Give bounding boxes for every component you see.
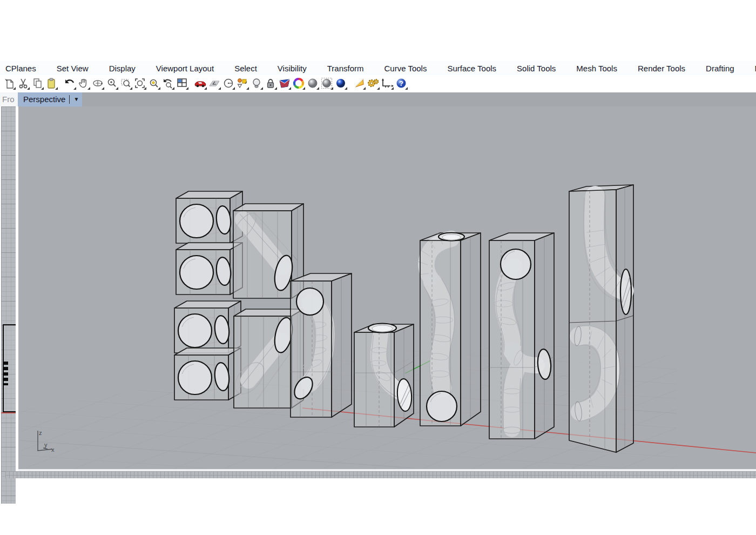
render-sphere-icon[interactable] [306,77,319,90]
ribbon-tab-mesh-tools[interactable]: Mesh Tools [566,62,627,75]
perspective-viewport[interactable]: z y x [18,106,756,471]
front-view-x-axis [1,412,16,413]
lock-icon[interactable] [264,77,277,90]
tab-separator [69,95,70,104]
dimension-icon[interactable] [381,77,394,90]
svg-text:?: ? [399,79,403,88]
cplane-icon[interactable] [208,77,221,90]
paste-icon[interactable] [45,77,58,90]
model-side-exit-box[interactable] [489,233,554,439]
zoom-extents-icon[interactable] [133,77,146,90]
shaded-view-icon[interactable] [278,77,291,90]
ribbon-tab-render-tools[interactable]: Render Tools [628,62,695,75]
render-blue-sphere-icon[interactable] [334,77,347,90]
chevron-down-icon[interactable]: ▼ [73,92,79,106]
car-icon[interactable] [194,77,207,90]
model-tall-tower[interactable] [569,185,633,452]
model-top-entry-box[interactable] [354,324,414,427]
svg-text:x: x [51,446,55,453]
rotate-view-icon[interactable] [91,77,104,90]
svg-text:z: z [39,430,42,436]
viewport-tab-perspective[interactable]: Perspective ▼ [18,92,82,106]
zoom-selected-icon[interactable] [147,77,160,90]
ribbon-tab-visibility[interactable]: Visibility [268,62,316,75]
svg-text:y: y [44,442,48,448]
ribbon-tab-display[interactable]: Display [99,62,145,75]
zoom-window-icon[interactable] [119,77,132,90]
model-j-pipe-box[interactable] [291,273,352,417]
rhino-window: { "ribbon_tabs": { "items": ["CPlanes","… [0,0,756,535]
undo-view-icon[interactable] [161,77,174,90]
viewport-canvas: z y x [18,106,756,469]
ribbon-tab-select[interactable]: Select [225,62,267,75]
ribbon-tab-solid-tools[interactable]: Solid Tools [507,62,565,75]
ribbon-tab-viewport-layout[interactable]: Viewport Layout [146,62,224,75]
front-viewport-bottom-band [5,471,756,478]
new-file-icon[interactable] [3,77,16,90]
model-s-pipe-box[interactable] [418,232,481,426]
ribbon-tab-new-in-v5[interactable]: New in V5 [745,62,756,75]
circle-icon[interactable] [222,77,235,90]
main-toolbar: ? [0,75,756,91]
viewport-layout-icon[interactable] [176,77,188,90]
render-selected-icon[interactable] [320,77,333,90]
ribbon-tab-set-view[interactable]: Set View [47,62,98,75]
help-icon[interactable]: ? [395,77,408,90]
ribbon-tab-surface-tools[interactable]: Surface Tools [437,62,506,75]
render-cone-icon[interactable] [353,77,366,90]
settings-gears-icon[interactable] [367,77,380,90]
ribbon-tab-cplanes[interactable]: CPlanes [0,62,46,75]
ribbon-tab-drafting[interactable]: Drafting [696,62,744,75]
color-wheel-icon[interactable] [292,77,305,90]
pan-icon[interactable] [77,77,90,90]
front-viewport-strip[interactable] [1,106,16,504]
zoom-in-icon[interactable] [105,77,118,90]
lamp-icon[interactable] [250,77,263,90]
cut-icon[interactable] [17,77,30,90]
copy-icon[interactable] [31,77,44,90]
model-cube-stack[interactable] [174,191,242,400]
ribbon-tab-curve-tools[interactable]: Curve Tools [375,62,437,75]
viewport-tab-perspective-label: Perspective [23,92,65,106]
front-view-pipe-edges [3,362,8,385]
selection-filter-icon[interactable] [236,77,249,90]
ribbon-tab-transform[interactable]: Transform [318,62,374,75]
ribbon-tab-bar: CPlanes Set View Display Viewport Layout… [0,61,756,76]
undo-icon[interactable] [63,77,76,90]
viewport-tab-row: Fro Perspective ▼ [0,91,756,106]
viewport-tab-front[interactable]: Fro [0,92,18,106]
